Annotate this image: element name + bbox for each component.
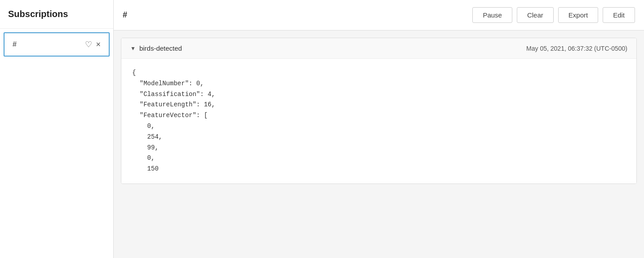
message-header: ▼ birds-detected May 05, 2021, 06:37:32 … (121, 38, 636, 59)
header: # Pause Clear Export Edit (114, 0, 644, 31)
main-content: # Pause Clear Export Edit ▼ birds-detect… (114, 0, 644, 258)
topic-name: birds-detected (139, 44, 182, 52)
message-timestamp: May 05, 2021, 06:37:32 (UTC-0500) (526, 45, 627, 52)
message-json: { "ModelNumber": 0, "Classification": 4,… (132, 68, 626, 175)
message-card: ▼ birds-detected May 05, 2021, 06:37:32 … (121, 38, 637, 184)
message-topic: ▼ birds-detected (130, 44, 182, 52)
edit-button[interactable]: Edit (603, 7, 635, 23)
sidebar-item-label: # (13, 40, 17, 48)
page-title: # (123, 10, 127, 20)
sidebar-item-actions: ♡ × (85, 39, 101, 49)
sidebar: Subscriptions # ♡ × (0, 0, 114, 258)
heart-icon[interactable]: ♡ (85, 39, 92, 49)
sidebar-title: Subscriptions (0, 0, 113, 29)
collapse-icon[interactable]: ▼ (130, 45, 136, 52)
message-body: { "ModelNumber": 0, "Classification": 4,… (121, 59, 636, 184)
clear-button[interactable]: Clear (517, 7, 554, 23)
pause-button[interactable]: Pause (472, 7, 512, 23)
header-buttons: Pause Clear Export Edit (472, 7, 635, 23)
close-icon[interactable]: × (96, 40, 101, 49)
content-area: ▼ birds-detected May 05, 2021, 06:37:32 … (114, 31, 644, 258)
export-button[interactable]: Export (558, 7, 598, 23)
sidebar-item-hash[interactable]: # ♡ × (4, 32, 110, 57)
